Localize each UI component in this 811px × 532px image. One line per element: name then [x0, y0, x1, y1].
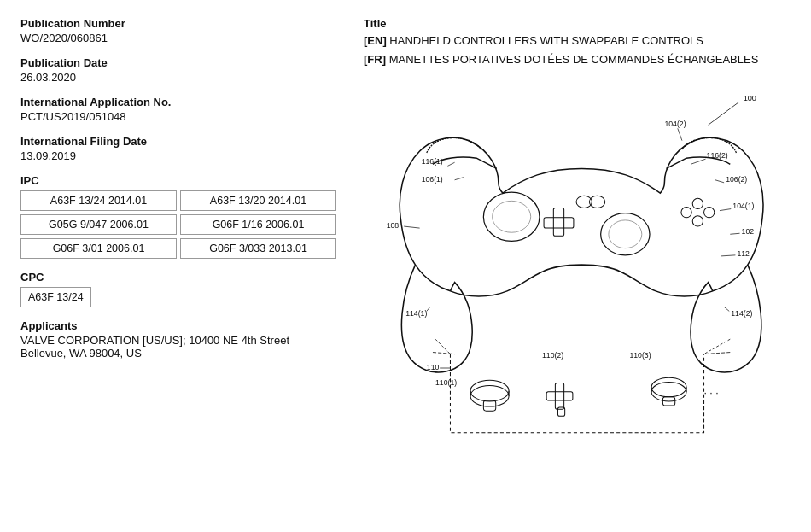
- cpc-block: CPC A63F 13/24: [20, 271, 336, 307]
- svg-rect-47: [555, 383, 563, 410]
- ipc-block: IPC A63F 13/24 2014.01A63F 13/20 2014.01…: [20, 174, 336, 259]
- svg-point-4: [601, 213, 650, 255]
- page-layout: Publication Number WO/2020/060861 Public…: [20, 17, 791, 440]
- svg-point-13: [692, 216, 703, 226]
- svg-text:108: 108: [387, 221, 400, 230]
- svg-text:112: 112: [737, 249, 750, 258]
- svg-text:110(3): 110(3): [629, 351, 651, 360]
- title-fr-lang: [FR]: [364, 53, 386, 66]
- publication-date-block: Publication Date 26.03.2020: [20, 56, 336, 84]
- svg-text:104(1): 104(1): [732, 202, 754, 210]
- svg-line-19: [678, 129, 682, 141]
- svg-line-15: [447, 163, 454, 167]
- svg-line-25: [720, 209, 731, 211]
- left-column: Publication Number WO/2020/060861 Public…: [20, 17, 336, 440]
- ipc-cell: A63F 13/20 2014.01: [180, 190, 336, 211]
- cpc-row: A63F 13/24: [20, 287, 336, 307]
- svg-line-56: [433, 353, 455, 354]
- svg-text:110: 110: [427, 363, 440, 371]
- int-filing-date-label: International Filing Date: [20, 135, 336, 148]
- applicants-block: Applicants VALVE CORPORATION [US/US]; 10…: [20, 319, 336, 360]
- svg-rect-36: [450, 354, 703, 433]
- publication-date-value: 26.03.2020: [20, 71, 336, 84]
- svg-line-27: [404, 226, 419, 228]
- title-en: [EN] HANDHELD CONTROLLERS WITH SWAPPABLE…: [364, 33, 791, 49]
- ipc-cell: G06F 1/16 2006.01: [180, 214, 336, 235]
- svg-line-57: [704, 353, 731, 354]
- ipc-grid: A63F 13/24 2014.01A63F 13/20 2014.01G05G…: [20, 190, 336, 259]
- svg-point-50: [651, 383, 686, 402]
- svg-text:106(2): 106(2): [726, 175, 747, 184]
- int-app-no-value: PCT/US2019/051048: [20, 110, 336, 123]
- svg-text:100: 100: [744, 94, 756, 102]
- svg-point-12: [704, 208, 715, 218]
- publication-number-value: WO/2020/060861: [20, 32, 336, 44]
- cpc-label: CPC: [20, 271, 336, 284]
- title-fr-text: MANETTES PORTATIVES DOTÉES DE COMMANDES …: [389, 53, 759, 66]
- svg-text:114(1): 114(1): [406, 309, 427, 318]
- title-section: Title [EN] HANDHELD CONTROLLERS WITH SWA…: [364, 17, 791, 67]
- svg-line-23: [715, 180, 724, 183]
- int-app-no-block: International Application No. PCT/US2019…: [20, 96, 336, 123]
- publication-number-label: Publication Number: [20, 17, 336, 30]
- svg-line-21: [455, 178, 464, 180]
- applicants-value: VALVE CORPORATION [US/US]; 10400 NE 4th …: [20, 334, 336, 360]
- int-filing-date-value: 13.09.2019: [20, 149, 336, 162]
- ipc-cell: G05G 9/047 2006.01: [20, 214, 177, 235]
- svg-rect-46: [483, 400, 495, 411]
- ipc-cell: G06F 3/033 2013.01: [180, 238, 336, 259]
- svg-line-17: [691, 160, 705, 165]
- title-label: Title: [364, 17, 791, 30]
- svg-point-42: [470, 386, 509, 407]
- patent-svg: 100: [364, 81, 791, 440]
- cpc-cell: A63F 13/24: [20, 287, 91, 307]
- svg-text:116(2): 116(2): [707, 152, 728, 161]
- patent-diagram: 100: [364, 81, 791, 440]
- ipc-label: IPC: [20, 174, 336, 187]
- svg-point-10: [681, 208, 691, 218]
- publication-number-block: Publication Number WO/2020/060861: [20, 17, 336, 44]
- svg-line-33: [427, 307, 430, 312]
- svg-text:116(1): 116(1): [422, 158, 443, 167]
- svg-text:114(2): 114(2): [731, 309, 752, 318]
- svg-point-51: [651, 378, 686, 398]
- title-en-text: HANDHELD CONTROLLERS WITH SWAPPABLE CONT…: [389, 34, 703, 47]
- svg-point-11: [692, 199, 703, 209]
- right-column: Title [EN] HANDHELD CONTROLLERS WITH SWA…: [364, 17, 791, 440]
- svg-rect-48: [546, 392, 573, 400]
- svg-rect-7: [544, 218, 574, 228]
- svg-text:104(2): 104(2): [664, 120, 686, 129]
- svg-line-29: [730, 234, 739, 235]
- ipc-cell: G06F 3/01 2006.01: [20, 238, 177, 259]
- int-app-no-label: International Application No.: [20, 96, 336, 108]
- ipc-cell: A63F 13/24 2014.01: [20, 190, 177, 211]
- applicants-label: Applicants: [20, 319, 336, 332]
- svg-text:110(1): 110(1): [435, 379, 457, 388]
- svg-point-3: [493, 202, 531, 233]
- svg-line-31: [721, 255, 735, 256]
- svg-rect-6: [553, 208, 563, 237]
- svg-point-43: [470, 381, 509, 402]
- title-en-lang: [EN]: [364, 34, 387, 47]
- svg-line-1: [709, 102, 739, 126]
- svg-text:102: 102: [742, 228, 755, 237]
- title-fr: [FR] MANETTES PORTATIVES DOTÉES DE COMMA…: [364, 52, 791, 67]
- svg-point-5: [609, 220, 642, 248]
- publication-date-label: Publication Date: [20, 56, 336, 69]
- svg-text:106(1): 106(1): [422, 175, 443, 184]
- svg-text:110(2): 110(2): [542, 351, 563, 360]
- int-filing-date-block: International Filing Date 13.09.2019: [20, 135, 336, 162]
- svg-line-35: [724, 307, 729, 312]
- svg-text:· · ·: · · ·: [704, 387, 719, 399]
